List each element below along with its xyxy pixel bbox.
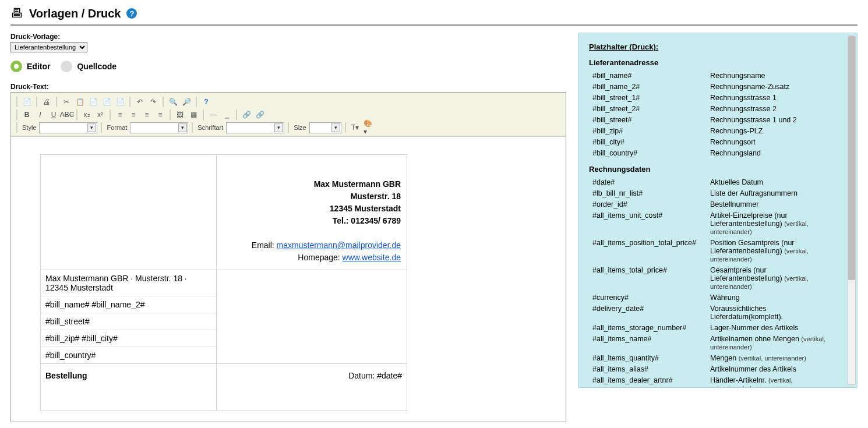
size-label: Size [292, 124, 307, 131]
section-supplier-address: Lieferantenadresse [589, 58, 844, 67]
format-select[interactable]: ▾ [130, 122, 188, 133]
tab-source-label: Quellcode [77, 62, 117, 71]
radio-icon [10, 61, 22, 72]
placeholder-desc: Lager-Nummer des Artikels [708, 323, 832, 333]
bill-name-line: #bill_name# #bill_name_2# [41, 296, 216, 313]
placeholder-key: #all_items_quantity# [590, 353, 707, 363]
pagebreak-icon[interactable]: ⎯ [221, 109, 232, 121]
placeholder-key: #all_items_name# [590, 334, 707, 352]
placeholder-key: #bill_zip# [590, 126, 707, 136]
page-header: 🖶 Vorlagen / Druck ? [10, 6, 858, 21]
underline-icon[interactable]: U [48, 109, 59, 121]
placeholder-title: Platzhalter (Druck): [589, 43, 844, 51]
tab-editor[interactable]: Editor [10, 61, 50, 72]
bill-street-line: #bill_street# [41, 313, 216, 330]
sender-line: Max Mustermann GBR · Musterstr. 18 · 123… [41, 270, 216, 296]
format-label: Format [105, 124, 128, 131]
placeholder-desc: Bestellnummer [708, 199, 832, 209]
homepage-link[interactable]: www.website.de [343, 253, 401, 262]
align-left-icon[interactable]: ≡ [114, 109, 126, 121]
template-table: Max Mustermann GBR Musterstr. 18 12345 M… [40, 154, 407, 411]
image-icon[interactable]: 🖼 [174, 109, 186, 121]
print-icon: 🖶 [10, 6, 23, 21]
sup-icon[interactable]: x² [94, 109, 106, 121]
email-link[interactable]: maxmustermann@mailprovider.de [277, 240, 401, 250]
placeholder-key: #bill_name_2# [590, 82, 707, 91]
align-justify-icon[interactable]: ≡ [154, 109, 166, 121]
template-select-group: Druck-Vorlage: Lieferantenbestellung [10, 33, 566, 52]
italic-icon[interactable]: I [34, 109, 46, 121]
order-title: Bestellung [41, 364, 217, 388]
placeholder-desc: Artikel-Einzelpreise (nur Lieferantenbes… [708, 210, 832, 236]
link-icon[interactable]: 🔗 [241, 109, 252, 121]
bg-color-icon[interactable]: 🎨▾ [363, 122, 375, 133]
placeholder-desc: Gesamtpreis (nur Lieferantenbestellung) … [708, 265, 832, 291]
placeholder-desc: Aktuelles Datum [708, 177, 832, 187]
bold-icon[interactable]: B [21, 109, 33, 121]
bill-city-line: #bill_zip# #bill_city# [41, 330, 216, 347]
placeholder-desc: Voraussichtliches Lieferdatum(komplett). [708, 303, 832, 321]
unlink-icon[interactable]: 🔗 [254, 109, 266, 121]
strike-icon[interactable]: ABC [61, 109, 73, 121]
find-icon[interactable]: 🔍 [167, 96, 179, 108]
align-right-icon[interactable]: ≡ [141, 109, 153, 121]
bill-country-line: #bill_country# [41, 347, 216, 363]
placeholder-key: #all_items_unit_cost# [590, 210, 707, 236]
font-select[interactable]: ▾ [226, 122, 284, 133]
tab-editor-label: Editor [27, 62, 50, 71]
tab-source[interactable]: Quellcode [61, 61, 117, 72]
placeholder-key: #bill_country# [590, 148, 707, 158]
paste-icon[interactable]: 📄 [87, 96, 99, 108]
placeholder-table: #bill_name#Rechnungsname#bill_name_2#Rec… [589, 69, 834, 159]
scrollbar[interactable] [848, 36, 856, 385]
placeholder-key: #bill_name# [590, 70, 707, 80]
font-label: Schriftart [196, 124, 224, 131]
placeholder-key: #bill_street_2# [590, 104, 707, 114]
placeholder-key: #all_items_alias# [590, 364, 707, 374]
placeholder-key: #delivery_date# [590, 303, 707, 321]
cut-icon[interactable]: ✂ [61, 96, 72, 108]
page-title: Vorlagen / Druck [29, 7, 121, 20]
text-color-icon[interactable]: T▾ [350, 122, 361, 133]
align-center-icon[interactable]: ≡ [128, 109, 139, 121]
placeholder-key: #all_items_storage_number# [590, 323, 707, 333]
placeholder-desc: Rechnungs-PLZ [708, 126, 832, 136]
placeholder-key: #date# [590, 177, 707, 187]
placeholder-key: #lb_bill_nr_list# [590, 188, 707, 198]
placeholder-desc: Artikelnummer des Artikels [708, 364, 832, 374]
placeholder-desc: Position Gesamtpreis (nur Lieferantenbes… [708, 238, 832, 264]
help-icon[interactable]: ? [126, 8, 137, 19]
placeholder-key: #currency# [590, 292, 707, 302]
template-select[interactable]: Lieferantenbestellung [10, 42, 87, 52]
template-select-label: Druck-Vorlage: [10, 33, 566, 41]
help-icon[interactable]: ? [200, 96, 212, 108]
placeholder-key: #bill_street# [590, 115, 707, 125]
copy-icon[interactable]: 📋 [74, 96, 86, 108]
print-icon[interactable]: 🖨 [41, 96, 52, 108]
source-icon[interactable]: 📄 [21, 96, 33, 108]
size-select[interactable]: ▾ [309, 122, 341, 133]
placeholder-panel: Platzhalter (Druck): Lieferantenadresse … [578, 33, 858, 388]
placeholder-desc: Rechnungsstrasse 1 und 2 [708, 115, 832, 125]
placeholder-table: #date#Aktuelles Datum#lb_bill_nr_list#Li… [589, 176, 834, 387]
replace-icon[interactable]: 🔎 [181, 96, 192, 108]
placeholder-desc: Händler-Artikelnr. (vertikal, untereinan… [708, 375, 832, 387]
sub-icon[interactable]: x₂ [81, 109, 93, 121]
editor-content-area[interactable]: Max Mustermann GBR Musterstr. 18 12345 M… [11, 136, 566, 422]
placeholder-key: #all_items_total_price# [590, 265, 707, 291]
placeholder-key: #bill_city# [590, 137, 707, 147]
undo-icon[interactable]: ↶ [134, 96, 146, 108]
style-select[interactable]: ▾ [39, 122, 97, 133]
placeholder-key: #all_items_dealer_artnr# [590, 375, 707, 387]
placeholder-desc: Rechnungsort [708, 137, 832, 147]
placeholder-key: #bill_street_1# [590, 93, 707, 102]
hr-icon[interactable]: — [207, 109, 219, 121]
table-icon[interactable]: ▦ [188, 109, 199, 121]
redo-icon[interactable]: ↷ [147, 96, 159, 108]
placeholder-key: #all_items_position_total_price# [590, 238, 707, 264]
placeholder-desc: Währung [708, 292, 832, 302]
paste-word-icon[interactable]: 📄 [114, 96, 126, 108]
order-date: Datum: #date# [216, 364, 407, 388]
paste-text-icon[interactable]: 📄 [101, 96, 112, 108]
editor-label: Druck-Text: [10, 83, 566, 91]
